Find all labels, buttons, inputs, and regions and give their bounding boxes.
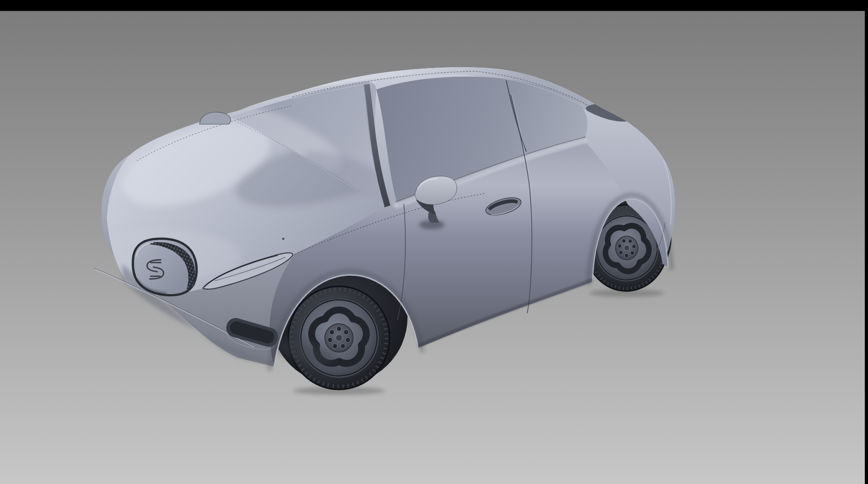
fender-dot (282, 238, 285, 240)
render-viewport[interactable] (0, 0, 868, 484)
front-grille (133, 239, 197, 295)
top-letterbox-bar (0, 0, 868, 11)
front-wheel (288, 286, 390, 390)
right-letterbox-bar (865, 0, 868, 484)
car-render-svg (0, 0, 868, 484)
